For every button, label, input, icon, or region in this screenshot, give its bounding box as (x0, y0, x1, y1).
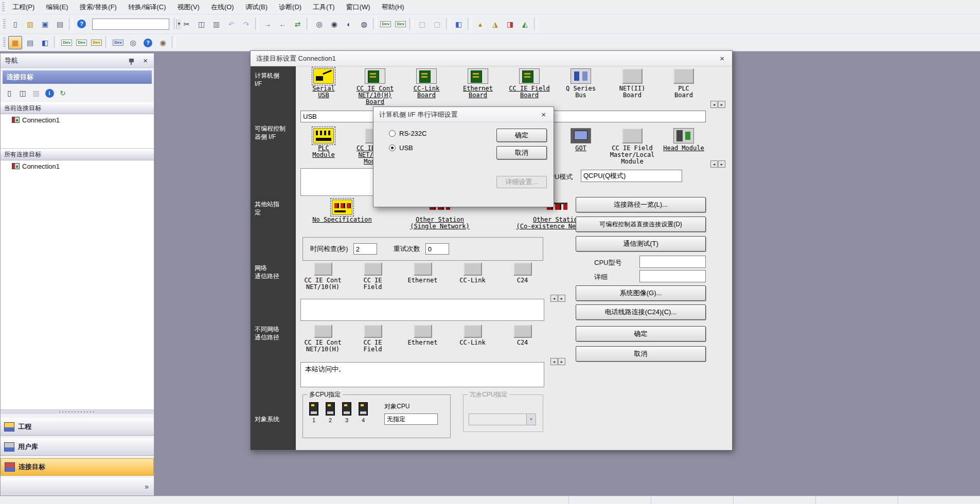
pc-if-serial-usb[interactable]: Serial USB (298, 68, 349, 105)
multi-cpu-option[interactable]: 2 (326, 402, 335, 423)
paste-connection-icon[interactable]: ▥ (30, 87, 42, 99)
diffnet-cc-ie-cont[interactable]: CC IE Cont NET/10(H) (298, 325, 348, 353)
page-right-icon[interactable]: ► (558, 358, 565, 365)
menu-item[interactable]: 搜索/替换(F) (74, 0, 122, 14)
menu-item[interactable]: 调试(B) (240, 0, 273, 14)
serial-ok-button[interactable]: 确定 (496, 129, 547, 142)
save-project-icon[interactable]: ▣ (38, 17, 52, 31)
pc-if-plc-board[interactable]: PLC Board (658, 68, 709, 105)
open-project-icon[interactable]: ▨ (23, 17, 37, 31)
menu-item[interactable]: 诊断(D) (273, 0, 307, 14)
page-left-icon[interactable]: ◄ (710, 101, 718, 108)
connection-list-item[interactable]: Connection1 (1, 114, 154, 125)
connection-list-item[interactable]: Connection1 (1, 160, 154, 172)
program-check-icon[interactable]: ◭ (518, 17, 532, 31)
label-setting-icon[interactable]: Dev (111, 36, 125, 49)
ladder-edit-icon[interactable]: ▢ (415, 17, 429, 31)
plc-if-plc-module[interactable]: PLC Module (298, 128, 349, 165)
device-find-icon[interactable]: ◉ (327, 17, 341, 31)
device-initial-value-icon[interactable]: Dev (90, 36, 103, 49)
paste-icon[interactable]: ▥ (209, 17, 223, 31)
detail-field[interactable] (639, 270, 706, 282)
serial-cancel-button[interactable]: 取消 (496, 146, 547, 159)
sfc-edit-icon[interactable]: ▢ (430, 17, 444, 31)
diffnet-ethernet[interactable]: Ethernet (398, 325, 448, 353)
target-cpu-field[interactable] (384, 413, 438, 425)
ok-button[interactable]: 确定 (576, 326, 706, 341)
project-combo-input[interactable] (93, 19, 176, 29)
phone-line-connection-button[interactable]: 电话线路连接(C24)(C)... (576, 304, 706, 320)
redo-icon[interactable]: ↷ (239, 17, 253, 31)
help-icon[interactable]: ? (75, 17, 88, 31)
rs232c-radio[interactable]: RS-232C (389, 130, 426, 137)
multi-cpu-option[interactable]: 4 (359, 402, 368, 423)
docking-window-icon[interactable]: ▤ (23, 36, 37, 49)
system-image-button[interactable]: 系统图像(G)... (576, 285, 706, 301)
net-cc-ie-cont[interactable]: CC IE Cont NET/10(H) (298, 262, 348, 291)
intelligent-module-icon[interactable]: ◎ (126, 36, 140, 49)
online-program-change-icon[interactable]: ◨ (503, 17, 517, 31)
diffnet-cc-link[interactable]: CC-Link (448, 325, 497, 353)
navigation-window-icon[interactable]: ▦ (8, 36, 22, 49)
dialog-close-icon[interactable]: × (718, 54, 726, 63)
new-project-icon[interactable]: ▯ (8, 17, 22, 31)
page-left-icon[interactable]: ◄ (550, 295, 558, 302)
page-left-icon[interactable]: ◄ (710, 160, 718, 168)
net-cc-ie-field[interactable]: CC IE Field (348, 262, 398, 291)
device-statement-icon[interactable]: Dev (394, 17, 407, 31)
cancel-button[interactable]: 取消 (576, 346, 706, 362)
nav-item-connection-destination[interactable]: 连接目标 (1, 458, 154, 476)
menu-item[interactable]: 工程(P) (7, 0, 40, 14)
build-icon[interactable]: ▴ (473, 17, 487, 31)
pin-icon[interactable] (129, 59, 134, 62)
menu-item[interactable]: 转换/编译(C) (122, 0, 172, 14)
read-from-plc-icon[interactable]: ← (276, 17, 290, 31)
retry-count-input[interactable] (425, 243, 449, 255)
cross-reference-icon[interactable]: ◍ (357, 17, 371, 31)
pc-if-q-series-bus[interactable]: Q Series Bus (555, 68, 607, 105)
monitor-window-icon[interactable]: ◧ (452, 17, 466, 31)
page-right-icon[interactable]: ► (718, 160, 725, 168)
serial-dialog-title-bar[interactable]: 计算机侧 I/F 串行详细设置 × (373, 107, 554, 122)
plc-if-cc-ie-field-master-local[interactable]: CC IE Field Master/Local Module (607, 128, 658, 165)
page-right-icon[interactable]: ► (558, 295, 565, 302)
diffnet-cc-ie-field[interactable]: CC IE Field (348, 325, 398, 353)
device-comment-icon[interactable]: Dev (379, 17, 393, 31)
panel-splitter[interactable] (1, 410, 154, 414)
menu-item[interactable]: 编辑(E) (40, 0, 74, 14)
connection-path-list-button[interactable]: 连接路径一览(L)... (576, 197, 706, 212)
serial-dialog-close-icon[interactable]: × (539, 110, 548, 119)
nav-item-project[interactable]: 工程 (1, 418, 154, 436)
connection-info-icon[interactable]: i (43, 87, 56, 99)
menu-item[interactable]: 窗口(W) (341, 0, 376, 14)
help-2-icon[interactable]: ? (141, 36, 155, 49)
menu-item[interactable]: 视图(V) (172, 0, 205, 14)
menu-item[interactable]: 工具(T) (307, 0, 341, 14)
cpu-mode-field[interactable] (581, 170, 682, 182)
pc-if-ethernet-board[interactable]: Ethernet Board (452, 68, 504, 105)
pc-if-net-ii-board[interactable]: NET(II) Board (607, 68, 658, 105)
net-ethernet[interactable]: Ethernet (398, 262, 448, 291)
plc-if-got[interactable]: GOT (555, 128, 607, 165)
copy-icon[interactable]: ◫ (194, 17, 208, 31)
multi-cpu-option[interactable]: 1 (309, 402, 318, 423)
direct-connection-setting-button[interactable]: 可编程控制器直接连接设置(D) (576, 217, 706, 232)
page-right-icon[interactable]: ► (718, 101, 725, 108)
chevron-more-icon[interactable]: » (145, 482, 149, 491)
find-in-project-icon[interactable]: ◉ (156, 36, 170, 49)
replace-icon[interactable]: ◐ (342, 17, 356, 31)
find-icon[interactable]: ◎ (312, 17, 326, 31)
time-check-input[interactable] (353, 243, 377, 255)
net-cc-link[interactable]: CC-Link (448, 262, 497, 291)
project-combo[interactable]: ▼ (92, 19, 169, 30)
plc-if-head-module[interactable]: Head Module (658, 128, 709, 165)
diffnet-c24[interactable]: C24 (497, 325, 547, 353)
navigation-close-icon[interactable]: × (141, 56, 150, 65)
pc-if-cc-ie-field-board[interactable]: CC IE Field Board (504, 68, 555, 105)
cut-icon[interactable]: ✂ (180, 17, 193, 31)
new-connection-icon[interactable]: ▯ (3, 87, 15, 99)
write-to-plc-icon[interactable]: → (261, 17, 275, 31)
pc-if-cc-link-board[interactable]: CC-Link Board (401, 68, 452, 105)
refresh-icon[interactable]: ↻ (57, 87, 69, 99)
pc-if-cc-ie-cont-board[interactable]: CC IE Cont NET/10(H) Board (349, 68, 401, 105)
